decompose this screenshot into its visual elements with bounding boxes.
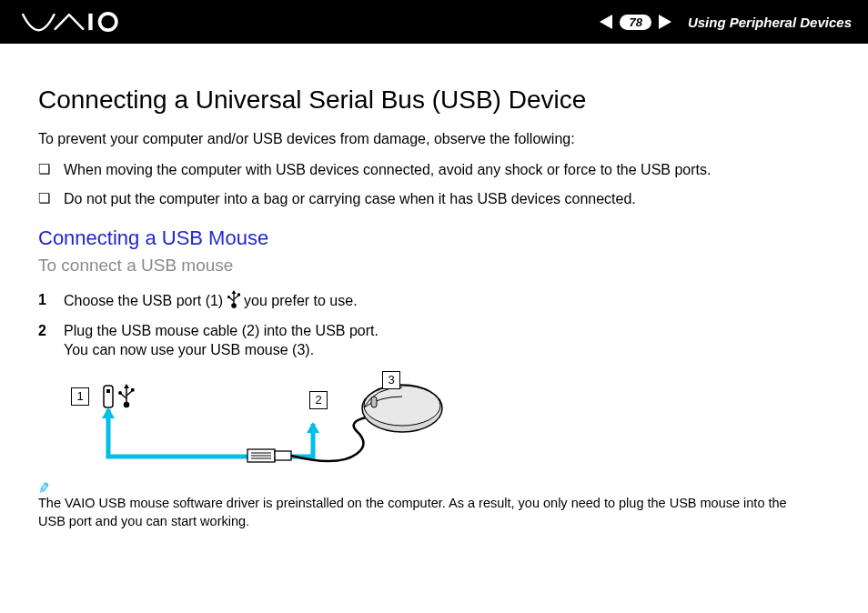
svg-point-5 <box>227 296 230 298</box>
vaio-logo <box>22 12 122 32</box>
svg-rect-6 <box>237 294 240 296</box>
intro-text: To prevent your computer and/or USB devi… <box>38 131 815 147</box>
prev-page-arrow[interactable] <box>600 15 612 29</box>
callout-3: 3 <box>382 371 400 389</box>
step-text: you prefer to use. <box>244 293 358 308</box>
svg-rect-7 <box>104 386 113 407</box>
step-text: Choose the USB port (1) <box>64 293 227 308</box>
page-number-pill: 78 <box>620 15 651 30</box>
svg-marker-14 <box>102 407 115 418</box>
usb-icon <box>227 290 240 314</box>
svg-rect-8 <box>106 389 110 393</box>
step-text: Plug the USB mouse cable (2) into the US… <box>64 323 378 338</box>
cable-path <box>102 407 319 457</box>
callout-1: 1 <box>71 387 89 406</box>
svg-rect-13 <box>131 388 135 392</box>
svg-point-1 <box>100 14 116 30</box>
svg-marker-15 <box>307 422 319 433</box>
svg-marker-4 <box>231 290 236 294</box>
task-heading: To connect a USB mouse <box>38 256 815 276</box>
list-item: Do not put the computer into a bag or ca… <box>38 189 815 209</box>
usb-plug-icon <box>247 449 291 462</box>
page-content: Connecting a Universal Serial Bus (USB) … <box>0 44 868 530</box>
callout-2: 2 <box>309 391 328 409</box>
svg-rect-17 <box>275 451 291 460</box>
step-item: Plug the USB mouse cable (2) into the US… <box>38 321 815 360</box>
note-block: ✎ The VAIO USB mouse software driver is … <box>38 493 815 530</box>
header-nav: 78 Using Peripheral Devices <box>600 15 852 30</box>
subheading: Connecting a USB Mouse <box>38 226 815 250</box>
usb-port-icon <box>104 386 113 407</box>
step-item: Choose the USB port (1) you prefer to us… <box>38 290 815 314</box>
svg-rect-23 <box>371 397 377 407</box>
svg-marker-11 <box>124 384 129 388</box>
mouse-icon <box>362 385 442 432</box>
next-page-arrow[interactable] <box>659 15 671 29</box>
note-text: The VAIO USB mouse software driver is pr… <box>38 496 787 528</box>
section-name: Using Peripheral Devices <box>688 15 852 30</box>
page-header: 78 Using Peripheral Devices <box>0 0 868 44</box>
svg-rect-0 <box>88 14 92 30</box>
steps-list: Choose the USB port (1) you prefer to us… <box>38 290 815 360</box>
step-text: You can now use your USB mouse (3). <box>64 342 314 357</box>
usb-mouse-diagram: 1 2 3 <box>66 377 448 477</box>
svg-point-12 <box>118 391 122 395</box>
list-item: When moving the computer with USB device… <box>38 160 815 180</box>
pen-icon: ✎ <box>36 477 52 499</box>
page-title: Connecting a Universal Serial Bus (USB) … <box>38 85 815 115</box>
warning-list: When moving the computer with USB device… <box>38 160 815 208</box>
